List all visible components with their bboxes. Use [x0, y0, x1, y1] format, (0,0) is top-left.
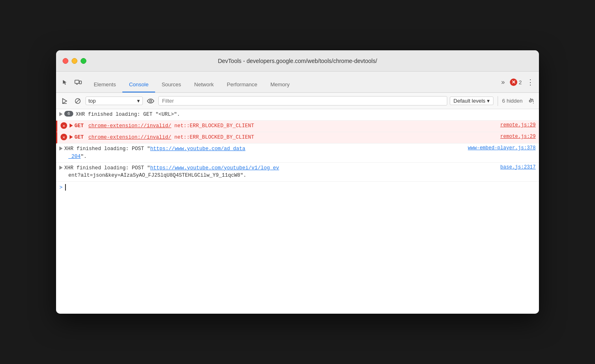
filter-input[interactable]	[158, 96, 447, 106]
toolbar-divider	[498, 96, 498, 106]
xhr3-continuation: ent?alt=json&key=AIzaSyAO_FJ2SlqU8Q4STEH…	[59, 172, 536, 180]
log-entry-err2: ✕ GET chrome-extension://invalid/ net::E…	[56, 132, 539, 144]
play-icon	[62, 98, 68, 104]
expand-arrow-xhr2[interactable]	[59, 146, 63, 151]
expand-arrow-err2[interactable]	[70, 135, 73, 139]
err1-msg: net::ERR_BLOCKED_BY_CLIENT	[174, 123, 254, 129]
svg-rect-0	[75, 80, 79, 83]
device-toolbar-button[interactable]	[72, 77, 84, 88]
console-cursor[interactable]	[65, 184, 66, 191]
log-entry-xhr3: XHR finished loading: POST "https://www.…	[56, 163, 539, 182]
expand-arrow-err1[interactable]	[70, 124, 73, 128]
err2-msg: net::ERR_BLOCKED_BY_CLIENT	[174, 135, 254, 140]
err2-icon: ✕	[61, 134, 67, 140]
error-icon: ✕	[510, 79, 517, 86]
tab-bar-right: » ✕ 2 ⋮	[500, 76, 536, 92]
hidden-count: 6 hidden	[502, 98, 523, 104]
xhr2-continuation: _204".	[59, 153, 536, 161]
err2-source[interactable]: remote.js:29	[494, 134, 536, 139]
xhr2-text: XHR finished loading: POST "https://www.…	[64, 145, 461, 153]
svg-marker-3	[63, 99, 67, 103]
log-entry-xhr2: XHR finished loading: POST "https://www.…	[56, 144, 539, 163]
execute-script-button[interactable]	[59, 96, 70, 106]
live-expressions-button[interactable]	[145, 96, 156, 106]
console-toolbar: top ▾ Default levels ▾ 6 hidden	[56, 93, 539, 109]
tab-memory[interactable]: Memory	[264, 78, 296, 92]
tab-network[interactable]: Network	[188, 78, 221, 92]
more-tabs-button[interactable]: »	[500, 77, 507, 88]
err1-method: GET	[74, 123, 84, 129]
error-badge[interactable]: ✕ 2	[510, 79, 522, 86]
xhr1-badge: 6	[64, 111, 73, 117]
close-button[interactable]	[63, 58, 68, 64]
err1-source[interactable]: remote.js:29	[494, 122, 536, 128]
xhr2-url[interactable]: https://www.youtube.com/ad_data	[150, 146, 246, 152]
console-input-line: >	[56, 182, 539, 193]
traffic-lights	[63, 58, 86, 64]
expand-arrow-xhr3[interactable]	[59, 166, 63, 170]
log-levels-button[interactable]: Default levels ▾	[450, 97, 494, 105]
eye-icon	[147, 98, 154, 104]
tab-sources[interactable]: Sources	[155, 78, 188, 92]
block-icon	[74, 98, 81, 104]
console-prompt: >	[59, 184, 63, 191]
err1-text: GET chrome-extension://invalid/ net::ERR…	[74, 122, 494, 130]
tabs-list: Elements Console Sources Network Perform…	[87, 78, 500, 92]
tab-bar: Elements Console Sources Network Perform…	[56, 72, 539, 93]
context-selector[interactable]: top ▾	[86, 97, 143, 105]
err1-icon: ✕	[61, 122, 67, 129]
maximize-button[interactable]	[81, 58, 86, 64]
tab-elements[interactable]: Elements	[87, 78, 122, 92]
log-entry-xhr1: 6 XHR finished loading: GET "<URL>".	[56, 109, 539, 121]
xhr3-url[interactable]: https://www.youtube.com/youtubei/v1/log_…	[150, 165, 279, 171]
tab-performance[interactable]: Performance	[220, 78, 264, 92]
xhr1-text: XHR finished loading: GET "<URL>".	[76, 111, 536, 119]
window-title: DevTools - developers.google.com/web/too…	[218, 58, 377, 64]
inspect-element-button[interactable]	[59, 77, 71, 88]
cursor-icon	[62, 79, 68, 86]
clear-console-button[interactable]	[72, 96, 83, 106]
console-settings-button[interactable]	[525, 96, 536, 106]
title-bar: DevTools - developers.google.com/web/too…	[56, 50, 539, 72]
minimize-button[interactable]	[72, 58, 77, 64]
more-options-button[interactable]: ⋮	[525, 76, 536, 88]
svg-line-6	[76, 99, 80, 103]
err1-url[interactable]: chrome-extension://invalid/	[88, 123, 171, 129]
xhr2-source[interactable]: www-embed-player.js:378	[461, 145, 536, 151]
xhr3-source[interactable]: base.js:2317	[494, 164, 536, 170]
tab-console[interactable]: Console	[122, 78, 155, 92]
console-content: 6 XHR finished loading: GET "<URL>". ✕ G…	[56, 109, 539, 314]
svg-rect-1	[79, 81, 81, 84]
err2-text: GET chrome-extension://invalid/ net::ERR…	[74, 134, 494, 142]
svg-point-8	[530, 100, 532, 102]
error-count: 2	[519, 79, 522, 85]
devtools-window: DevTools - developers.google.com/web/too…	[56, 50, 539, 314]
device-icon	[74, 79, 82, 86]
context-arrow: ▾	[137, 98, 140, 104]
log-entry-err1: ✕ GET chrome-extension://invalid/ net::E…	[56, 121, 539, 132]
xhr3-text: XHR finished loading: POST "https://www.…	[64, 164, 494, 172]
svg-point-7	[150, 100, 152, 102]
expand-arrow-xhr1[interactable]	[59, 112, 63, 116]
err2-method: GET	[74, 135, 84, 140]
err2-url[interactable]: chrome-extension://invalid/	[88, 135, 171, 140]
gear-icon	[527, 98, 534, 104]
tab-bar-left-icons	[59, 77, 84, 92]
